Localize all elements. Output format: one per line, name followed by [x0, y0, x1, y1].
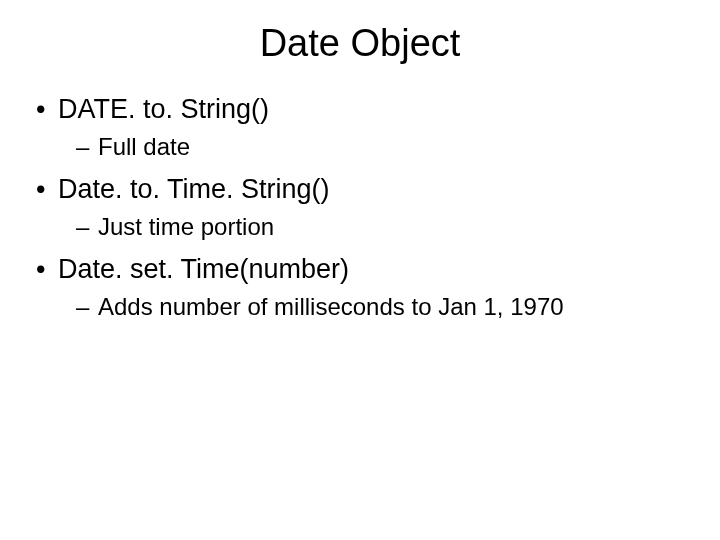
sub-list: Full date: [58, 131, 690, 163]
sub-list: Just time portion: [58, 211, 690, 243]
sub-item: Adds number of milliseconds to Jan 1, 19…: [58, 291, 690, 323]
sub-list: Adds number of milliseconds to Jan 1, 19…: [58, 291, 690, 323]
slide: Date Object DATE. to. String() Full date…: [0, 0, 720, 540]
bullet-item: Date. to. Time. String() Just time porti…: [30, 173, 690, 243]
sub-item: Full date: [58, 131, 690, 163]
sub-text: Just time portion: [98, 213, 274, 240]
sub-text: Full date: [98, 133, 190, 160]
bullet-item: DATE. to. String() Full date: [30, 93, 690, 163]
bullet-text: Date. set. Time(number): [58, 254, 349, 284]
bullet-text: Date. to. Time. String(): [58, 174, 330, 204]
bullet-list: DATE. to. String() Full date Date. to. T…: [30, 93, 690, 323]
slide-title: Date Object: [30, 22, 690, 65]
bullet-text: DATE. to. String(): [58, 94, 269, 124]
sub-item: Just time portion: [58, 211, 690, 243]
sub-text: Adds number of milliseconds to Jan 1, 19…: [98, 293, 564, 320]
bullet-item: Date. set. Time(number) Adds number of m…: [30, 253, 690, 323]
